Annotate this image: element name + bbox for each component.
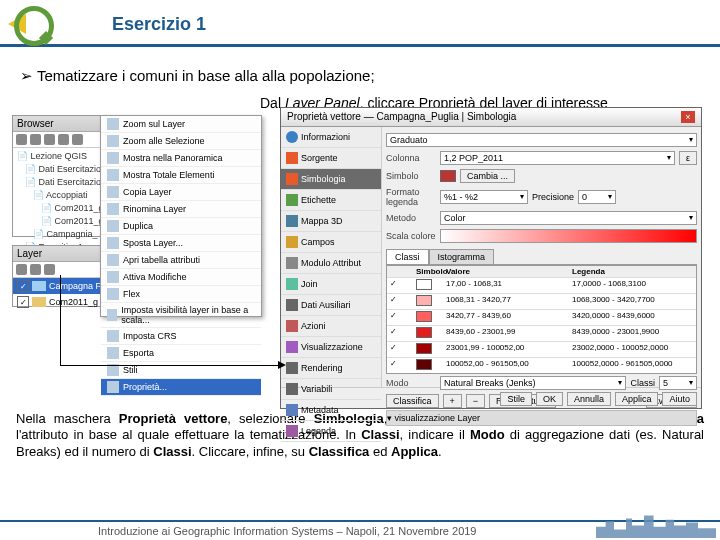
label: Colonna (386, 153, 436, 163)
sidebar-item[interactable]: Sorgente (281, 148, 381, 169)
table-row[interactable]: ✓1068,31 - 3420,771068,3000 - 3420,7700 (387, 293, 696, 309)
label: Metodo (386, 213, 436, 223)
table-row[interactable]: ✓17,00 - 1068,3117,0000 - 1068,3100 (387, 277, 696, 293)
cancel-button[interactable]: Annulla (567, 392, 611, 406)
color-swatch (32, 297, 46, 307)
column-select[interactable]: 1,2 POP_2011 (440, 151, 675, 165)
window-title: Proprietà vettore — Campagna_Puglia | Si… (287, 111, 516, 123)
label: Simbolo (386, 171, 436, 181)
viz-section[interactable]: ▾ visualizzazione Layer (387, 413, 480, 423)
sidebar-item[interactable]: Legenda (281, 421, 381, 442)
arrowhead-icon (278, 361, 286, 369)
slide-title: Esercizio 1 (112, 14, 206, 35)
screenshots-area: Browser Lezione QGIS Dati Esercitazio Da… (0, 115, 720, 405)
table-row[interactable]: ✓23001,99 - 100052,0023002,0000 - 100052… (387, 341, 696, 357)
toolbar-icon[interactable] (30, 134, 41, 145)
exercise-bullet: Tematizzare i comuni in base alla alla p… (0, 47, 720, 91)
apply-button[interactable]: Applica (615, 392, 659, 406)
symbol-preview (440, 170, 456, 182)
change-symbol-button[interactable]: Cambia ... (460, 169, 515, 183)
precision-input[interactable]: 0 (578, 190, 616, 204)
toolbar-icon[interactable] (44, 134, 55, 145)
toolbar-icon[interactable] (72, 134, 83, 145)
menu-item[interactable]: Mostra Totale Elementi (101, 167, 261, 184)
classes-spin[interactable]: 5 (659, 376, 697, 390)
color-ramp[interactable] (440, 229, 697, 243)
close-icon[interactable]: × (681, 111, 695, 123)
grid-header: Simbolo ValoreLegenda (387, 266, 696, 277)
table-row[interactable]: ✓8439,60 - 23001,998439,0000 - 23001,990… (387, 325, 696, 341)
menu-item[interactable]: Copia Layer (101, 184, 261, 201)
table-row[interactable]: ✓3420,77 - 8439,603420,0000 - 8439,6000 (387, 309, 696, 325)
menu-item[interactable]: Rinomina Layer (101, 201, 261, 218)
sidebar-item[interactable]: Rendering (281, 358, 381, 379)
color-swatch (32, 281, 46, 291)
toolbar-icon[interactable] (16, 134, 27, 145)
classes-grid: Simbolo ValoreLegenda ✓17,00 - 1068,3117… (386, 265, 697, 374)
label: Precisione (532, 192, 574, 202)
properties-window: Proprietà vettore — Campagna_Puglia | Si… (280, 107, 702, 409)
table-row[interactable]: ✓100052,00 - 961505,00100052,0000 - 9615… (387, 357, 696, 373)
menu-item[interactable]: Imposta visibilità layer in base a scala… (101, 303, 261, 328)
remove-class-icon[interactable]: − (466, 394, 485, 408)
properties-main: Graduato Colonna 1,2 POP_2011 ε Simbolo … (382, 127, 701, 387)
menu-item[interactable]: Sposta Layer... (101, 235, 261, 252)
format-input[interactable]: %1 - %2 (440, 190, 528, 204)
sidebar-item-simbologia[interactable]: Simbologia (281, 169, 381, 190)
tab-classes[interactable]: Classi (386, 249, 429, 264)
menu-item[interactable]: Zoom sul Layer (101, 116, 261, 133)
qgis-logo-icon (8, 6, 56, 42)
arrow-icon (60, 365, 280, 366)
tab-histogram[interactable]: Istogramma (429, 249, 495, 264)
label: Formato legenda (386, 187, 436, 207)
sidebar-item[interactable]: Mappa 3D (281, 211, 381, 232)
sidebar-item[interactable]: Modulo Attribut (281, 253, 381, 274)
footer-text: Introduzione ai Geographic Information S… (98, 525, 477, 537)
menu-item[interactable]: Duplica (101, 218, 261, 235)
sidebar-item[interactable]: Informazioni (281, 127, 381, 148)
context-menu: Zoom sul Layer Zoom alle Selezione Mostr… (100, 115, 262, 317)
ok-button[interactable]: OK (536, 392, 563, 406)
arrow-icon (60, 275, 61, 365)
help-button[interactable]: Aiuto (662, 392, 697, 406)
toolbar-icon[interactable] (58, 134, 69, 145)
label: Scala colore (386, 231, 436, 241)
classify-button[interactable]: Classifica (386, 394, 439, 408)
method-select[interactable]: Color (440, 211, 697, 225)
renderer-select[interactable]: Graduato (386, 133, 697, 147)
sidebar-item[interactable]: Join (281, 274, 381, 295)
toolbar-icon[interactable] (30, 264, 41, 275)
label: Modo (386, 378, 436, 388)
sidebar-item[interactable]: Azioni (281, 316, 381, 337)
sidebar-item[interactable]: Variabili (281, 379, 381, 400)
sidebar-item[interactable]: Visualizzazione (281, 337, 381, 358)
menu-item[interactable]: Esporta (101, 345, 261, 362)
mode-select[interactable]: Natural Breaks (Jenks) (440, 376, 626, 390)
label: Classi (630, 378, 655, 388)
menu-item[interactable]: Zoom alle Selezione (101, 133, 261, 150)
toolbar-icon[interactable] (16, 264, 27, 275)
sidebar-item[interactable]: Dati Ausiliari (281, 295, 381, 316)
menu-item[interactable]: Imposta CRS (101, 328, 261, 345)
style-button[interactable]: Stile (500, 392, 532, 406)
sidebar-item[interactable]: Campos (281, 232, 381, 253)
sidebar-item[interactable]: Metadata (281, 400, 381, 421)
window-titlebar: Proprietà vettore — Campagna_Puglia | Si… (281, 108, 701, 127)
checkbox-icon[interactable]: ✓ (17, 296, 29, 308)
sidebar-item[interactable]: Etichette (281, 190, 381, 211)
toolbar-icon[interactable] (44, 264, 55, 275)
class-tabs: Classi Istogramma (386, 249, 697, 265)
menu-item[interactable]: Flex (101, 286, 261, 303)
menu-item[interactable]: Mostra nella Panoramica (101, 150, 261, 167)
add-class-icon[interactable]: + (443, 394, 462, 408)
expr-button[interactable]: ε (679, 151, 697, 165)
checkbox-icon[interactable]: ✓ (17, 280, 29, 292)
slide-header: Esercizio 1 (0, 0, 720, 47)
properties-sidebar: Informazioni Sorgente Simbologia Etichet… (281, 127, 382, 387)
menu-item[interactable]: Apri tabella attributi (101, 252, 261, 269)
menu-item[interactable]: Attiva Modifiche (101, 269, 261, 286)
menu-item-properties[interactable]: Proprietà... (101, 379, 261, 396)
